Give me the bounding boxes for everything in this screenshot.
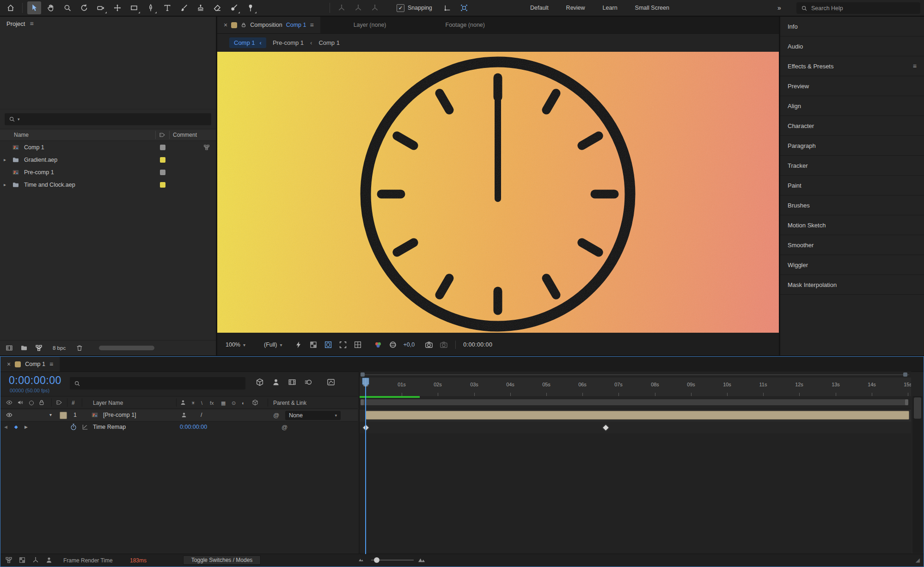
time-navigator[interactable] <box>360 372 911 378</box>
work-area-bar[interactable] <box>361 399 908 405</box>
toggle-switches-modes-button[interactable]: Toggle Switches / Modes <box>183 555 261 565</box>
scrollbar-thumb[interactable] <box>914 397 921 419</box>
timeline-vertical-scrollbar[interactable] <box>912 396 923 553</box>
disclosure-triangle-icon[interactable]: ▸ <box>4 157 6 162</box>
hand-tool-icon[interactable] <box>44 1 58 14</box>
adjust-exposure-icon[interactable] <box>389 341 397 349</box>
close-tab-icon[interactable]: × <box>7 360 11 368</box>
workspace-overflow-icon[interactable]: » <box>777 0 781 16</box>
frame-render-meter-icon[interactable] <box>45 556 53 564</box>
zoom-tool-icon[interactable] <box>61 1 74 14</box>
roto-brush-tool-icon[interactable] <box>227 1 241 14</box>
label-color-swatch[interactable] <box>160 145 165 150</box>
panel-preview[interactable]: Preview <box>780 76 924 96</box>
layer-duration-bar[interactable] <box>366 411 909 420</box>
eraser-tool-icon[interactable] <box>210 1 224 14</box>
panel-align[interactable]: Align <box>780 96 924 116</box>
grid-guides-icon[interactable] <box>354 341 362 349</box>
panel-paint[interactable]: Paint <box>780 176 924 195</box>
panel-info[interactable]: Info <box>780 17 924 37</box>
view-axis-mode-icon[interactable] <box>368 1 382 14</box>
pan-behind-tool-icon[interactable] <box>110 1 124 14</box>
project-item-pre-comp-1[interactable]: Pre-comp 1 <box>0 166 216 178</box>
layer-disclosure-icon[interactable]: ▾ <box>49 412 52 417</box>
exposure-value[interactable]: +0,0 <box>404 341 415 348</box>
breadcrumb-root-comp[interactable]: Comp 1 <box>318 39 340 46</box>
timeline-tab-comp-1[interactable]: × Comp 1 ≡ <box>0 357 60 372</box>
time-remap-property-row[interactable]: ◀ ◆ ▶ Time Remap 0:00:00:00 @ <box>0 421 358 433</box>
workspace-learn[interactable]: Learn <box>594 5 626 11</box>
snapping-toggle[interactable]: ✓ Snapping <box>397 4 432 12</box>
interpret-footage-icon[interactable] <box>6 344 13 352</box>
label-color-swatch[interactable] <box>160 170 165 175</box>
workspace-default[interactable]: Default <box>521 5 557 11</box>
toggle-inout-panes-icon[interactable] <box>32 556 39 564</box>
workspace-review[interactable]: Review <box>557 5 594 11</box>
label-color-swatch[interactable] <box>160 182 165 188</box>
viewer-timecode[interactable]: 0:00:00:00 <box>463 341 492 348</box>
disclosure-triangle-icon[interactable]: ▸ <box>4 182 6 187</box>
label-column-icon[interactable] <box>159 132 165 138</box>
panel-menu-icon[interactable]: ≡ <box>30 20 33 27</box>
keyframe-diamond[interactable] <box>602 424 610 432</box>
tab-composition[interactable]: × Composition Comp 1 ≡ <box>217 17 320 33</box>
search-options-chevron-icon[interactable]: ▾ <box>18 117 20 122</box>
breadcrumb-pre-comp[interactable]: Pre-comp 1 <box>273 39 304 46</box>
column-comment[interactable]: Comment <box>173 132 197 138</box>
toggle-transfer-controls-icon[interactable] <box>18 556 26 564</box>
region-of-interest-icon[interactable] <box>339 341 347 349</box>
panel-tracker[interactable]: Tracker <box>780 156 924 176</box>
magnification-dropdown[interactable]: 100% ▾ <box>226 341 245 348</box>
local-axis-mode-icon[interactable] <box>335 1 349 14</box>
fast-previews-icon[interactable] <box>294 341 303 349</box>
panel-motion-sketch[interactable]: Motion Sketch <box>780 215 924 235</box>
home-icon[interactable] <box>4 1 18 14</box>
quality-toggle[interactable]: / <box>201 412 202 418</box>
project-item-gradient-aep[interactable]: ▸ Gradient.aep <box>0 153 216 166</box>
zoom-out-mountain-icon[interactable] <box>358 557 364 562</box>
layer-name[interactable]: [Pre-comp 1] <box>103 412 136 418</box>
workspace-small-screen[interactable]: Small Screen <box>626 5 678 11</box>
panel-menu-icon[interactable]: ≡ <box>49 360 53 368</box>
time-ruler[interactable]: 0s 01s 02s 03s 04s 05s 06s 07s 08s 09s 1… <box>360 378 911 396</box>
tab-footage[interactable]: Footage (none) <box>439 17 491 33</box>
shape-tool-icon[interactable] <box>127 1 141 14</box>
column-name[interactable]: Name <box>14 132 29 138</box>
panel-brushes[interactable]: Brushes <box>780 195 924 215</box>
selection-tool-icon[interactable] <box>27 1 41 14</box>
snapping-checkbox[interactable]: ✓ <box>397 4 404 12</box>
parent-pickwhip-icon[interactable]: @ <box>273 412 279 419</box>
toggle-shy-icon[interactable] <box>272 378 280 386</box>
mask-visibility-icon[interactable] <box>324 341 332 349</box>
timeline-search-field[interactable] <box>70 377 245 390</box>
parent-dropdown[interactable]: None ▾ <box>285 411 341 420</box>
panel-menu-icon[interactable]: ≡ <box>913 62 917 70</box>
close-tab-icon[interactable]: × <box>224 21 227 29</box>
zoom-slider-handle[interactable] <box>374 557 379 563</box>
panel-character[interactable]: Character <box>780 116 924 136</box>
property-name[interactable]: Time Remap <box>93 424 126 430</box>
breadcrumb-current-comp[interactable]: Comp 1 ‹ <box>229 37 266 48</box>
new-composition-icon[interactable] <box>35 344 43 352</box>
graph-editor-icon[interactable] <box>327 378 335 386</box>
layer-row-1[interactable]: ▾ 1 [Pre-comp 1] / @ None ▾ <box>0 409 358 421</box>
property-pickwhip-icon[interactable]: @ <box>281 424 288 431</box>
project-search-field[interactable]: ▾ <box>5 113 211 125</box>
zoom-in-mountain-icon[interactable] <box>417 555 426 564</box>
project-item-comp-1[interactable]: Comp 1 <box>0 141 216 153</box>
type-tool-icon[interactable] <box>160 1 174 14</box>
frame-blending-icon[interactable] <box>288 378 296 386</box>
pen-tool-icon[interactable] <box>144 1 158 14</box>
trash-icon[interactable] <box>76 344 83 352</box>
world-axis-mode-icon[interactable] <box>351 1 365 14</box>
horizontal-scrollbar[interactable] <box>99 346 154 350</box>
panel-menu-icon[interactable]: ≡ <box>310 21 313 29</box>
color-depth-button[interactable]: 8 bpc <box>50 344 68 352</box>
keyframe-at-current-time-icon[interactable]: ◆ <box>14 424 18 429</box>
transparency-grid-icon[interactable] <box>309 341 318 349</box>
panel-audio[interactable]: Audio <box>780 37 924 56</box>
parent-link-column-header[interactable]: Parent & Link <box>273 400 306 406</box>
next-keyframe-icon[interactable]: ▶ <box>24 425 28 429</box>
help-search-input[interactable] <box>811 5 916 12</box>
composition-viewport[interactable] <box>217 52 779 333</box>
